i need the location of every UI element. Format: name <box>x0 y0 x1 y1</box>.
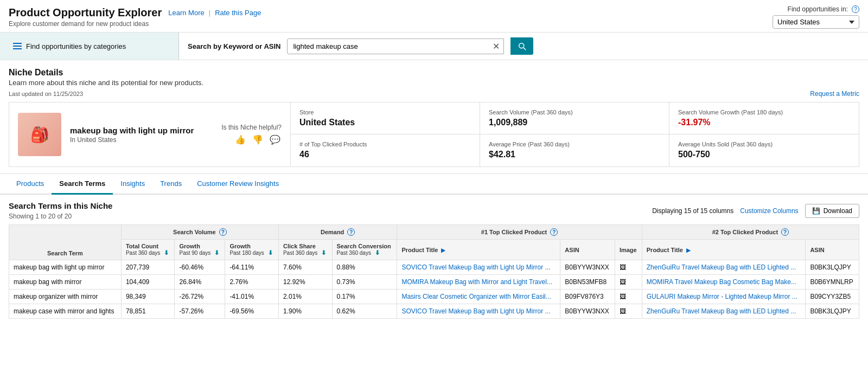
niche-card-area: 🎒 makeup bag with light up mirror In Uni… <box>0 102 868 174</box>
cell-asin-2: B0BK3LQJPY <box>806 304 859 319</box>
cell-asin-1: B0BYYW3NXX <box>560 304 615 319</box>
cell-product-title-1[interactable]: Masirs Clear Cosmetic Organizer with Mir… <box>397 290 560 304</box>
search-button[interactable] <box>510 37 533 55</box>
rate-page-link[interactable]: Rate this Page <box>215 9 261 17</box>
cell-image-1: 🖼 <box>615 260 642 275</box>
sort-growth-90[interactable]: ⬇ <box>214 249 219 256</box>
cell-click-share: 2.01% <box>278 290 332 304</box>
cell-asin-2: B09CYY3ZB5 <box>806 290 859 304</box>
tab-products[interactable]: Products <box>9 174 52 195</box>
search-section: Search by Keyword or ASIN ✕ <box>179 33 868 60</box>
col-image-1: Image <box>615 240 642 260</box>
cell-search-conversion: 0.62% <box>332 304 397 319</box>
cell-total-count: 98,349 <box>121 290 175 304</box>
col-product-title-2: Product Title ▶ <box>642 240 806 260</box>
table-row: makeup bag with light up mirror207,739-6… <box>9 260 859 275</box>
group-demand: Demand ? <box>278 225 397 240</box>
stat-cell: StoreUnited States <box>291 102 480 134</box>
cell-asin-1: B0BN53MFB8 <box>560 275 615 290</box>
cell-search-conversion: 0.73% <box>332 275 397 290</box>
stat-label: Search Volume (Past 360 days) <box>489 109 660 115</box>
download-button[interactable]: 💾 Download <box>805 204 859 218</box>
cell-search-conversion: 0.88% <box>332 260 397 275</box>
comment-button[interactable]: 💬 <box>269 133 282 146</box>
cell-growth-180: -41.01% <box>225 290 279 304</box>
demand-info-icon[interactable]: ? <box>347 228 355 236</box>
cell-growth-90: -26.72% <box>175 290 225 304</box>
cell-asin-1: B0BYYW3NXX <box>560 260 615 275</box>
stat-label: Store <box>299 109 471 115</box>
showing-text: Showing 1 to 20 of 20 <box>9 213 112 220</box>
col-asin-1: ASIN <box>560 240 615 260</box>
cell-growth-180: -64.11% <box>225 260 279 275</box>
sort-total-count[interactable]: ⬇ <box>164 249 169 256</box>
stats-grid: StoreUnited StatesSearch Volume (Past 36… <box>291 102 859 167</box>
cell-product-title-2[interactable]: MOMIRA Travel Makeup Bag Cosmetic Bag Ma… <box>642 275 806 290</box>
search-input[interactable] <box>287 38 504 54</box>
search-label: Search by Keyword or ASIN <box>188 42 280 50</box>
sort-click-share[interactable]: ⬇ <box>321 249 326 256</box>
last-updated: Last updated on 11/25/2023 <box>9 91 83 97</box>
cell-product-title-1[interactable]: SOVICO Travel Makeup Bag with Light Up M… <box>397 260 560 275</box>
sort-growth-180[interactable]: ⬇ <box>268 249 273 256</box>
top2-info-icon[interactable]: ? <box>781 228 789 236</box>
search-bar-area: Find opportunities by categories Search … <box>0 33 868 60</box>
col-product-title-1: Product Title ▶ <box>397 240 560 260</box>
niche-details-meta: Last updated on 11/25/2023 Request a Met… <box>0 89 868 102</box>
info-icon[interactable]: ? <box>852 5 859 13</box>
table-title-area: Search Terms in this Niche Showing 1 to … <box>9 201 112 220</box>
cell-product-title-2[interactable]: ZhenGuiRu Travel Makeup Bag with LED Lig… <box>642 304 806 319</box>
clear-search-button[interactable]: ✕ <box>488 41 504 52</box>
table-area: Search Terms in this Niche Showing 1 to … <box>0 195 868 325</box>
learn-more-link[interactable]: Learn More <box>168 9 204 17</box>
table-row: makeup bag with mirror104,40926.84%2.76%… <box>9 275 859 290</box>
cell-search-conversion: 0.17% <box>332 290 397 304</box>
group-search-volume: Search Volume ? <box>121 225 278 240</box>
page-subtitle: Explore customer demand for new product … <box>9 20 261 28</box>
header-right: Find opportunities in: ? United States <box>773 5 859 29</box>
top1-info-icon[interactable]: ? <box>550 228 558 236</box>
column-group-row: Search Term Search Volume ? Demand ? #1 … <box>9 225 859 240</box>
stat-cell: Average Price (Past 360 days)$42.81 <box>480 134 669 166</box>
cell-product-title-2[interactable]: ZhenGuiRu Travel Makeup Bag with LED Lig… <box>642 260 806 275</box>
stat-label: # of Top Clicked Products <box>299 141 471 147</box>
cell-product-title-1[interactable]: MOMIRA Makeup Bag with Mirror and Light … <box>397 275 560 290</box>
stat-cell: Search Volume Growth (Past 180 days)-31.… <box>669 102 859 134</box>
cell-product-title-2[interactable]: GULAURI Makeup Mirror - Lighted Makeup M… <box>642 290 806 304</box>
col-growth-180: GrowthPast 180 days ⬇ <box>225 240 279 260</box>
product-title-2-nav[interactable]: ▶ <box>686 247 691 253</box>
cell-total-count: 78,851 <box>121 304 175 319</box>
cell-asin-2: B0BK3LQJPY <box>806 260 859 275</box>
tab-insights[interactable]: Insights <box>113 174 152 195</box>
thumbs-down-button[interactable]: 👎 <box>251 133 264 146</box>
stat-label: Search Volume Growth (Past 180 days) <box>678 109 850 115</box>
group-top1: #1 Top Clicked Product ? <box>397 225 642 240</box>
cell-growth-180: 2.76% <box>225 275 279 290</box>
sort-search-conversion[interactable]: ⬇ <box>375 249 380 256</box>
tab-search-terms[interactable]: Search Terms <box>52 174 113 195</box>
niche-name: makeup bag with light up mirror <box>70 126 194 135</box>
country-select[interactable]: United States <box>773 15 859 29</box>
stat-cell: Average Units Sold (Past 360 days)500-75… <box>669 134 859 166</box>
download-icon: 💾 <box>812 207 820 215</box>
cell-product-title-1[interactable]: SOVICO Travel Makeup Bag with Light Up M… <box>397 304 560 319</box>
stat-value: 1,009,889 <box>489 118 660 127</box>
download-label: Download <box>824 207 852 215</box>
cell-image-1: 🖼 <box>615 304 642 319</box>
table-header-row: Search Terms in this Niche Showing 1 to … <box>9 201 859 220</box>
helpful-buttons: 👍 👎 💬 <box>234 133 282 146</box>
tab-trends[interactable]: Trends <box>152 174 189 195</box>
thumbs-up-button[interactable]: 👍 <box>234 133 247 146</box>
categories-button[interactable]: Find opportunities by categories <box>0 33 179 60</box>
tab-customer-review-insights[interactable]: Customer Review Insights <box>189 174 286 195</box>
niche-location: In United States <box>70 136 194 144</box>
search-volume-info-icon[interactable]: ? <box>219 228 227 236</box>
search-input-wrap: ✕ <box>287 38 504 54</box>
product-title-1-nav[interactable]: ▶ <box>441 247 445 253</box>
header-left: Product Opportunity Explorer Learn More … <box>9 7 261 28</box>
cell-search-term: makeup bag with light up mirror <box>9 260 122 275</box>
customize-columns-link[interactable]: Customize Columns <box>740 207 798 215</box>
group-top2: #2 Top Clicked Product ? <box>642 225 859 240</box>
request-metric-link[interactable]: Request a Metric <box>810 90 859 98</box>
table-row: makeup organizer with mirror98,349-26.72… <box>9 290 859 304</box>
